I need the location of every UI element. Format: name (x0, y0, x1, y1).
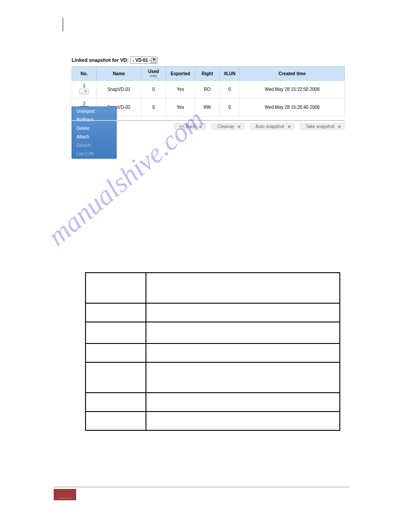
desc-row (86, 273, 340, 303)
dot-icon (199, 125, 202, 128)
table-row: 1 SnapVD-01 0 Yes RO 0 Wed May 28 15:22:… (72, 81, 345, 99)
toolbar: << Back Cleanup Auto snapshot Take snaps… (72, 120, 345, 130)
cell-created: Wed May 28 15:22:50 2008 (240, 81, 345, 99)
cell-right: RO (195, 81, 220, 99)
cell-created: Wed May 28 15:26:40 2008 (240, 99, 345, 116)
auto-label: Auto snapshot (256, 124, 284, 129)
cell-lun: 0 (220, 81, 240, 99)
back-label: << Back (180, 124, 196, 129)
cleanup-label: Cleanup (217, 124, 234, 129)
menu-item-attach[interactable]: Attach (72, 133, 116, 141)
take-snapshot-button[interactable]: Take snapshot (300, 123, 345, 130)
col-created: Created time (240, 67, 345, 81)
page-footer (54, 487, 349, 502)
dropdown-value: - VD-01 - (133, 58, 151, 63)
row-menu-button[interactable] (79, 88, 89, 94)
desc-row (86, 322, 340, 343)
col-exported: Exported (166, 67, 195, 81)
cell-exported: Yes (166, 99, 195, 116)
dot-icon (288, 125, 291, 128)
col-no: No. (72, 67, 97, 81)
take-label: Take snapshot (306, 124, 335, 129)
col-used-label: Used (148, 69, 159, 74)
menu-item-detach: Detach (72, 141, 116, 150)
col-name: Name (97, 67, 141, 81)
menu-item-unexport[interactable]: Unexport (72, 107, 116, 116)
col-used: Used (MB) (141, 67, 166, 81)
chevron-down-icon (153, 59, 155, 61)
cell-used: 0 (141, 81, 166, 99)
dot-icon (338, 125, 341, 128)
col-right: Right (195, 67, 220, 81)
cell-exported: Yes (166, 81, 195, 99)
menu-item-list-lun: List LUN (72, 150, 116, 158)
desc-row (86, 412, 340, 430)
cell-name: SnapVD-01 (97, 81, 141, 99)
desc-row (86, 393, 340, 412)
back-button[interactable]: << Back (174, 123, 206, 130)
cell-right: RW (195, 99, 220, 116)
row-number: 1 (83, 83, 86, 88)
desc-row (86, 362, 340, 393)
context-menu: Unexport Rollback Delete Attach Detach L… (72, 107, 116, 159)
table-header-row: No. Name Used (MB) Exported Right #LUN C… (72, 67, 345, 81)
text-cursor (63, 18, 63, 31)
col-used-sublabel: (MB) (143, 74, 164, 78)
page-number-box (54, 489, 76, 500)
row-number: 2 (83, 101, 86, 106)
col-lun: #LUN (220, 67, 240, 81)
description-table (85, 272, 340, 431)
cleanup-button[interactable]: Cleanup (211, 123, 244, 130)
auto-snapshot-button[interactable]: Auto snapshot (250, 123, 295, 130)
header-label: Linked snapshot for VD: (72, 57, 128, 63)
panel-header: Linked snapshot for VD: - VD-01 - (72, 56, 345, 64)
dot-icon (238, 125, 240, 128)
vd-select-dropdown[interactable]: - VD-01 - (130, 56, 158, 64)
cell-used: 0 (141, 99, 166, 116)
row-no-cell: 1 (72, 81, 97, 99)
cell-lun: 0 (220, 99, 240, 116)
desc-row (86, 303, 340, 322)
desc-row (86, 343, 340, 362)
